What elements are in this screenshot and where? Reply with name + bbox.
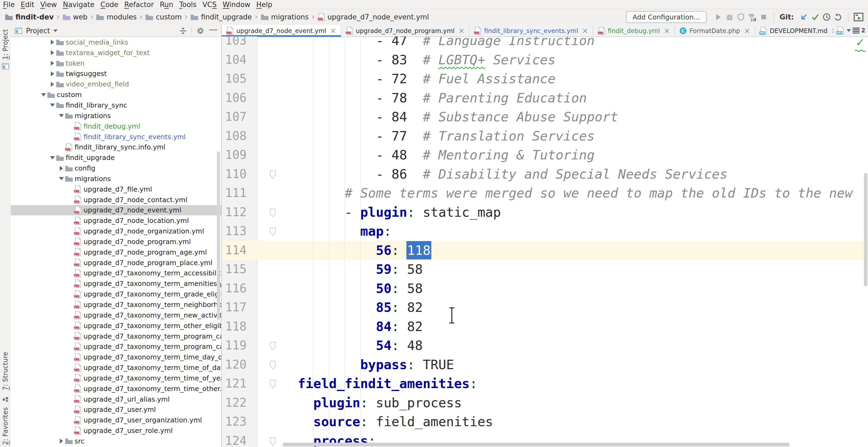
fold-pin-icon[interactable] bbox=[270, 170, 276, 179]
inspections-ok-widget[interactable]: ✓ bbox=[854, 37, 866, 53]
menu-item-code[interactable]: Code bbox=[97, 1, 121, 9]
code-line-109[interactable]: - 48 # Mentoring & Tutoring bbox=[298, 146, 868, 165]
hidden-tabs-button[interactable]: 2 bbox=[847, 27, 865, 34]
close-icon[interactable]: × bbox=[458, 27, 465, 35]
editor-horizontal-scrollbar[interactable] bbox=[283, 443, 789, 446]
chevron-expanded-icon[interactable] bbox=[58, 114, 65, 117]
chevron-collapsed-icon[interactable] bbox=[49, 71, 56, 76]
tree-item-config[interactable]: config bbox=[11, 163, 221, 173]
tree-item-upgrade_d7_node_program_age.yml[interactable]: YMLupgrade_d7_node_program_age.yml bbox=[11, 247, 221, 258]
menu-item-view[interactable]: View bbox=[37, 1, 60, 9]
sidebar-item-structure[interactable]: 7: Structure bbox=[2, 352, 9, 390]
tree-item-findit_library_sync.info.yml[interactable]: YMLfindit_library_sync.info.yml bbox=[11, 142, 221, 152]
gear-icon[interactable] bbox=[196, 27, 205, 35]
tree-item-upgrade_d7_taxonomy_term_time_of_year.[interactable]: YMLupgrade_d7_taxonomy_term_time_of_year… bbox=[11, 373, 221, 383]
git-commit-icon[interactable] bbox=[810, 11, 821, 23]
git-rollback-icon[interactable] bbox=[832, 11, 844, 23]
code-line-103[interactable]: - 47 # Language Instruction bbox=[298, 36, 868, 50]
code-line-106[interactable]: - 78 # Parenting Education bbox=[298, 88, 868, 107]
tree-item-src[interactable]: src bbox=[11, 436, 221, 446]
fold-pin-icon[interactable] bbox=[270, 209, 276, 217]
tree-item-upgrade_d7_taxonomy_term_neighborhoo[interactable]: YMLupgrade_d7_taxonomy_term_neighborhoo bbox=[11, 299, 221, 310]
code-line-104[interactable]: - 83 # LGBTQ+ Services bbox=[298, 50, 868, 69]
fold-pin-icon[interactable] bbox=[270, 437, 276, 446]
menu-item-edit[interactable]: Edit bbox=[18, 1, 37, 9]
close-icon[interactable]: × bbox=[744, 27, 750, 35]
chevron-collapsed-icon[interactable] bbox=[49, 50, 56, 55]
debug-icon[interactable] bbox=[724, 11, 735, 23]
tree-item-textarea_widget_for_text[interactable]: textarea_widget_for_text bbox=[11, 47, 221, 58]
chevron-collapsed-icon[interactable] bbox=[58, 439, 65, 444]
code-line-121[interactable]: field_findit_amenities: bbox=[298, 374, 868, 393]
tab-formatdate.php[interactable]: CFormatDate.php× bbox=[675, 25, 755, 36]
tree-item-upgrade_d7_taxonomy_term_time_day_of_[interactable]: YMLupgrade_d7_taxonomy_term_time_day_of_ bbox=[11, 352, 221, 362]
tree-item-upgrade_d7_node_program_place.yml[interactable]: YMLupgrade_d7_node_program_place.yml bbox=[11, 258, 221, 268]
sidebar-item-favorites[interactable]: 2: Favorites bbox=[2, 407, 9, 445]
code-line-120[interactable]: bypass: TRUE bbox=[298, 355, 868, 374]
breadcrumb-item-modules[interactable]: modules bbox=[96, 13, 136, 21]
tab-upgrade_d7_node_event.yml[interactable]: YMLupgrade_d7_node_event.yml× bbox=[222, 25, 341, 36]
tree-item-upgrade_d7_taxonomy_term_program_cate[interactable]: YMLupgrade_d7_taxonomy_term_program_cate bbox=[11, 341, 221, 352]
git-history-icon[interactable] bbox=[821, 11, 832, 23]
tree-item-findit_upgrade[interactable]: findit_upgrade bbox=[11, 152, 221, 163]
code-line-107[interactable]: - 84 # Substance Abuse Support bbox=[298, 107, 868, 126]
tree-item-upgrade_d7_user_role.yml[interactable]: YMLupgrade_d7_user_role.yml bbox=[11, 425, 221, 436]
chevron-expanded-icon[interactable] bbox=[49, 103, 56, 107]
chevron-collapsed-icon[interactable] bbox=[49, 40, 56, 44]
menu-item-refactor[interactable]: Refactor bbox=[121, 1, 157, 9]
code-line-113[interactable]: map: bbox=[298, 222, 868, 241]
close-icon[interactable]: × bbox=[330, 27, 336, 35]
chevron-expanded-icon[interactable] bbox=[49, 156, 56, 159]
terminal-run-icon[interactable] bbox=[853, 11, 864, 23]
code-line-111[interactable]: # Some terms were merged so we need to m… bbox=[298, 184, 868, 203]
chevron-collapsed-icon[interactable] bbox=[49, 61, 56, 66]
tree-item-upgrade_d7_user.yml[interactable]: YMLupgrade_d7_user.yml bbox=[11, 405, 221, 415]
tree-item-video_embed_field[interactable]: video_embed_field bbox=[11, 79, 221, 90]
tab-findit_library_sync_events.yml[interactable]: YMLfindit_library_sync_events.yml× bbox=[469, 25, 593, 36]
tree-item-upgrade_d7_taxonomy_term_program_cate[interactable]: YMLupgrade_d7_taxonomy_term_program_cate bbox=[11, 331, 221, 342]
structure-toolwindow-icon[interactable] bbox=[2, 395, 9, 403]
code-line-115[interactable]: 59: 58 bbox=[298, 260, 868, 279]
breadcrumb-item-upgrade_d7_node_event.yml[interactable]: YMLupgrade_d7_node_event.yml bbox=[317, 13, 429, 21]
tree-item-migrations[interactable]: migrations bbox=[11, 173, 221, 184]
fold-pin-icon[interactable] bbox=[270, 227, 276, 236]
tree-item-migrations[interactable]: migrations bbox=[11, 110, 221, 121]
close-icon[interactable]: × bbox=[582, 27, 588, 35]
tree-item-upgrade_d7_taxonomy_term_new_activities[interactable]: YMLupgrade_d7_taxonomy_term_new_activiti… bbox=[11, 310, 221, 321]
menu-item-vcs[interactable]: VCS bbox=[199, 1, 220, 9]
tree-item-upgrade_d7_file.yml[interactable]: YMLupgrade_d7_file.yml bbox=[11, 184, 221, 195]
stop-icon[interactable] bbox=[758, 11, 769, 23]
add-configuration-button[interactable]: Add Configuration... bbox=[626, 11, 707, 23]
git-update-icon[interactable] bbox=[798, 11, 810, 23]
project-panel-title[interactable]: Project bbox=[26, 27, 50, 35]
code-line-112[interactable]: - plugin: static_map bbox=[298, 203, 868, 222]
tab-upgrade_d7_node_program.yml[interactable]: YMLupgrade_d7_node_program.yml× bbox=[341, 25, 470, 36]
fold-pin-icon[interactable] bbox=[270, 380, 276, 388]
menu-item-file[interactable]: File bbox=[0, 1, 18, 9]
close-icon[interactable]: × bbox=[663, 27, 670, 35]
menu-item-run[interactable]: Run bbox=[157, 1, 176, 9]
tree-item-upgrade_d7_taxonomy_term_other_eligibil[interactable]: YMLupgrade_d7_taxonomy_term_other_eligib… bbox=[11, 321, 221, 331]
tree-item-upgrade_d7_taxonomy_term_amenities.yml[interactable]: YMLupgrade_d7_taxonomy_term_amenities.ym… bbox=[11, 278, 221, 289]
breadcrumb-item-custom[interactable]: custom bbox=[145, 13, 182, 21]
tab-development.md[interactable]: MDDEVELOPMENT.md× bbox=[755, 25, 842, 36]
md-file-icon[interactable]: MD bbox=[836, 26, 844, 35]
tree-item-social_media_links[interactable]: social_media_links bbox=[11, 37, 221, 47]
tree-item-findit_library_sync[interactable]: findit_library_sync bbox=[11, 100, 221, 110]
menu-item-tools[interactable]: Tools bbox=[176, 1, 199, 9]
menu-item-navigate[interactable]: Navigate bbox=[60, 1, 98, 9]
code-line-123[interactable]: source: field_amenities bbox=[298, 412, 868, 431]
tree-item-upgrade_d7_taxonomy_term_accessibility_c[interactable]: YMLupgrade_d7_taxonomy_term_accessibilit… bbox=[11, 268, 221, 279]
chevron-expanded-icon[interactable] bbox=[58, 177, 65, 180]
breadcrumb-item-web[interactable]: web bbox=[62, 13, 88, 21]
chevron-expanded-icon[interactable] bbox=[40, 93, 47, 96]
tree-item-custom[interactable]: custom bbox=[11, 90, 221, 100]
menu-item-window[interactable]: Window bbox=[220, 1, 253, 9]
breadcrumb-item-findit_upgrade[interactable]: findit_upgrade bbox=[190, 13, 252, 21]
tree-item-upgrade_d7_node_organization.yml[interactable]: YMLupgrade_d7_node_organization.yml bbox=[11, 226, 221, 236]
tree-item-upgrade_d7_taxonomy_term_time_of_day.y[interactable]: YMLupgrade_d7_taxonomy_term_time_of_day.… bbox=[11, 362, 221, 373]
code-line-116[interactable]: 50: 58 bbox=[298, 279, 868, 298]
tree-item-findit_debug.yml[interactable]: YMLfindit_debug.yml bbox=[11, 121, 221, 132]
tree-item-upgrade_d7_node_program.yml[interactable]: YMLupgrade_d7_node_program.yml bbox=[11, 236, 221, 247]
fold-pin-icon[interactable] bbox=[270, 361, 276, 370]
